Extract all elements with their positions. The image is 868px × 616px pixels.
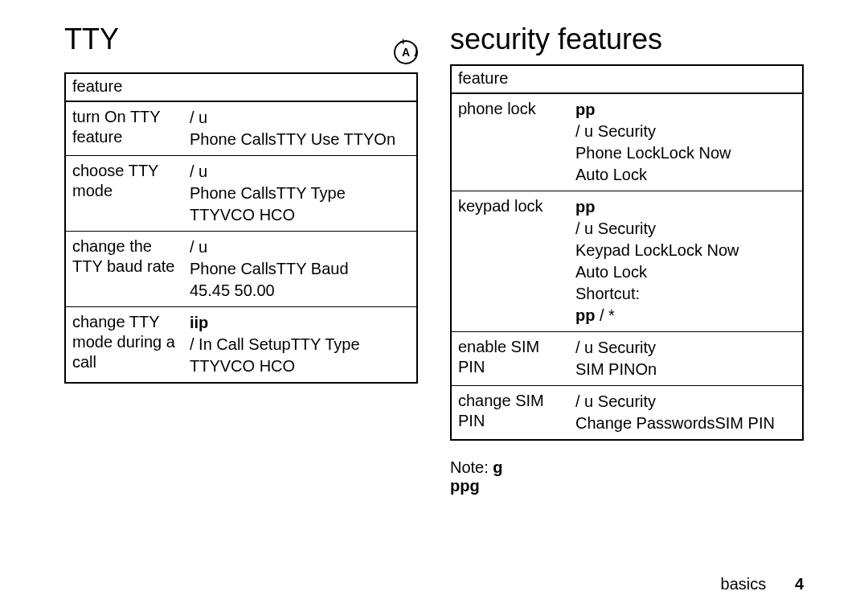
- table-row: keypad lock pp / u SecurityKeypad LockLo…: [451, 191, 803, 332]
- security-note: Note: g ppg: [450, 458, 804, 495]
- tty-heading: TTY: [64, 23, 119, 56]
- row-label: choose TTY mode: [65, 156, 183, 232]
- table-row: phone lock pp / u SecurityPhone LockLock…: [451, 93, 803, 191]
- note-label: Note:: [450, 458, 493, 476]
- row-desc: iip/ In Call SetupTTY Type TTYVCO HCO: [183, 307, 417, 384]
- row-label: change the TTY baud rate: [65, 232, 183, 307]
- row-label: turn On TTY feature: [65, 101, 183, 156]
- footer-section: basics: [721, 575, 767, 593]
- paren-icon: ): [414, 43, 418, 56]
- table-row: enable SIM PIN / u SecuritySIM PINOn: [451, 332, 803, 386]
- row-label: enable SIM PIN: [451, 332, 569, 386]
- row-desc: / u SecuritySIM PINOn: [569, 332, 803, 386]
- table-row: choose TTY mode / uPhone CallsTTY Type T…: [65, 156, 417, 232]
- table-row: change SIM PIN / u SecurityChange Passwo…: [451, 386, 803, 441]
- row-label: phone lock: [451, 93, 569, 191]
- table-row: turn On TTY feature / uPhone CallsTTY Us…: [65, 101, 417, 156]
- security-table-header: feature: [451, 65, 803, 93]
- row-label: change SIM PIN: [451, 386, 569, 441]
- tty-heading-row: TTY + ): [64, 23, 418, 64]
- tty-table-header: feature: [65, 73, 417, 101]
- security-table: feature phone lock pp / u SecurityPhone …: [450, 64, 804, 441]
- tty-table: feature turn On TTY feature / uPhone Cal…: [64, 72, 418, 384]
- accessibility-icon: + ): [394, 40, 418, 64]
- row-label: change TTY mode during a call: [65, 307, 183, 384]
- row-desc: pp / u SecurityPhone LockLock NowAuto Lo…: [569, 93, 803, 191]
- row-desc: / u SecurityChange PasswordsSIM PIN: [569, 386, 803, 441]
- row-desc: / uPhone CallsTTY Baud 45.45 50.00: [183, 232, 417, 307]
- plus-icon: +: [400, 37, 406, 47]
- note-ppg: ppg: [450, 477, 480, 495]
- page-footer: basics 4: [721, 575, 804, 593]
- security-column: security features feature phone lock pp …: [450, 23, 804, 495]
- row-label: keypad lock: [451, 191, 569, 332]
- page: TTY + ) feature turn On TTY feature / uP…: [0, 0, 868, 616]
- note-g: g: [493, 458, 502, 476]
- footer-page-number: 4: [795, 575, 804, 593]
- table-row: change TTY mode during a call iip/ In Ca…: [65, 307, 417, 384]
- table-row: change the TTY baud rate / uPhone CallsT…: [65, 232, 417, 307]
- tty-column: TTY + ) feature turn On TTY feature / uP…: [64, 23, 418, 384]
- row-desc: / uPhone CallsTTY Use TTYOn: [183, 101, 417, 156]
- security-heading: security features: [450, 23, 804, 56]
- row-desc: / uPhone CallsTTY Type TTYVCO HCO: [183, 156, 417, 232]
- row-desc: pp / u SecurityKeypad LockLock NowAuto L…: [569, 191, 803, 332]
